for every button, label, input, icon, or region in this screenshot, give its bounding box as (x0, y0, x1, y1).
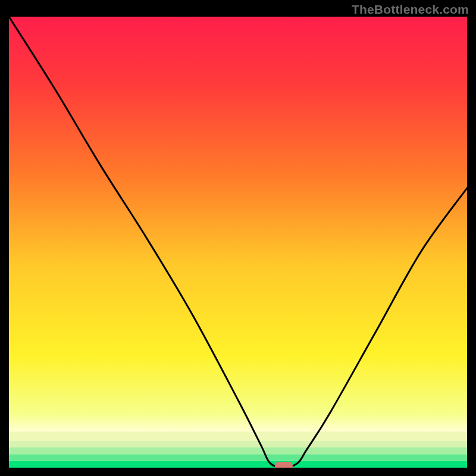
plot-svg (9, 17, 467, 468)
plot-area (9, 17, 467, 468)
watermark-text: TheBottleneck.com (352, 2, 469, 17)
bottom-band (9, 454, 467, 461)
chart-frame: TheBottleneck.com (0, 0, 476, 476)
bottom-band (9, 461, 467, 468)
optimal-marker (275, 462, 293, 468)
bottom-band (9, 441, 467, 447)
bottom-band (9, 447, 467, 454)
bottom-band (9, 431, 467, 440)
